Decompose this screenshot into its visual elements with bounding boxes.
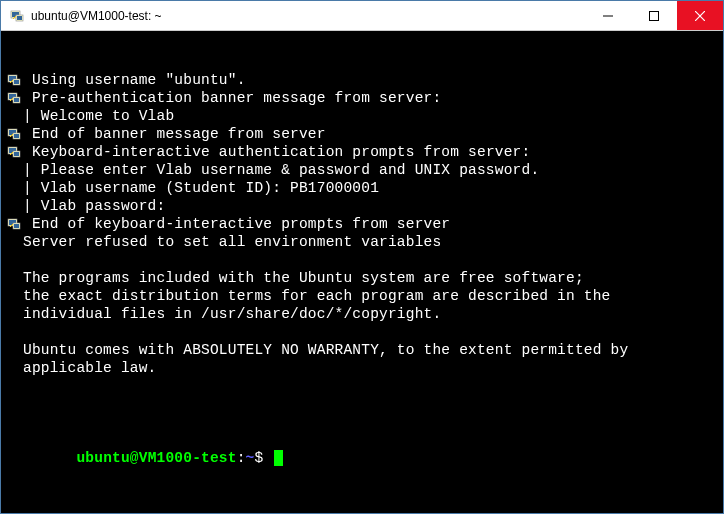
window-controls [585,1,723,30]
terminal-line [7,377,717,395]
gutter-empty [7,197,23,215]
terminal-line [7,251,717,269]
terminal-text: End of keyboard-interactive prompts from… [23,215,717,233]
terminal-line: Keyboard-interactive authentication prom… [7,143,717,161]
terminal-text: | Vlab password: [23,197,717,215]
terminal-line: applicable law. [7,359,717,377]
terminal-text: | Vlab username (Student ID): PB17000001 [23,179,717,197]
terminal-line: End of keyboard-interactive prompts from… [7,215,717,233]
terminal-text: | Please enter Vlab username & password … [23,161,717,179]
terminal-text: the exact distribution terms for each pr… [23,287,717,305]
gutter-empty [7,341,23,359]
putty-line-icon [7,89,23,107]
prompt-line: ubuntu@VM1000-test:~$ [7,431,717,485]
prompt-dollar: $ [254,450,272,466]
terminal-line: Using username "ubuntu". [7,71,717,89]
putty-icon [9,8,25,24]
gutter-empty [7,359,23,377]
terminal-text: The programs included with the Ubuntu sy… [23,269,717,287]
svg-rect-27 [14,152,19,156]
close-button[interactable] [677,1,723,30]
gutter-empty [7,107,23,125]
terminal-text: applicable law. [23,359,717,377]
gutter-empty [7,251,23,269]
svg-rect-12 [14,80,19,84]
svg-rect-22 [14,134,19,138]
prompt-user-host: ubuntu@VM1000-test [76,450,236,466]
window-title: ubuntu@VM1000-test: ~ [31,9,585,23]
terminal-text: Ubuntu comes with ABSOLUTELY NO WARRANTY… [23,341,717,359]
minimize-button[interactable] [585,1,631,30]
putty-line-icon [7,125,23,143]
svg-rect-3 [17,16,22,20]
gutter-empty [7,233,23,251]
putty-line-icon [7,143,23,161]
svg-rect-32 [14,224,19,228]
terminal-line: individual files in /usr/share/doc/*/cop… [7,305,717,323]
prompt-colon: : [237,450,246,466]
putty-line-icon [7,215,23,233]
gutter-empty [7,287,23,305]
terminal-line: the exact distribution terms for each pr… [7,287,717,305]
terminal-line: Pre-authentication banner message from s… [7,89,717,107]
terminal-text: End of banner message from server [23,125,717,143]
terminal-line [7,323,717,341]
gutter-empty [7,377,23,395]
terminal-line: The programs included with the Ubuntu sy… [7,269,717,287]
terminal-line: | Welcome to Vlab [7,107,717,125]
terminal-line: | Vlab username (Student ID): PB17000001 [7,179,717,197]
terminal-text: Keyboard-interactive authentication prom… [23,143,717,161]
svg-rect-6 [650,11,659,20]
svg-rect-17 [14,98,19,102]
terminal-line: | Please enter Vlab username & password … [7,161,717,179]
terminal-line: Server refused to set all environment va… [7,233,717,251]
gutter-empty [7,179,23,197]
terminal-line: Ubuntu comes with ABSOLUTELY NO WARRANTY… [7,341,717,359]
terminal-body[interactable]: Using username "ubuntu". Pre-authenticat… [1,31,723,513]
terminal-text: Server refused to set all environment va… [23,233,717,251]
maximize-button[interactable] [631,1,677,30]
putty-line-icon [7,71,23,89]
terminal-text: | Welcome to Vlab [23,107,717,125]
terminal-text: individual files in /usr/share/doc/*/cop… [23,305,717,323]
terminal-text: Pre-authentication banner message from s… [23,89,717,107]
gutter-empty [7,323,23,341]
gutter-empty [7,305,23,323]
cursor [274,450,283,466]
gutter-empty [7,269,23,287]
gutter-empty [7,161,23,179]
terminal-text: Using username "ubuntu". [23,71,717,89]
window-titlebar: ubuntu@VM1000-test: ~ [1,1,723,31]
terminal-line: End of banner message from server [7,125,717,143]
terminal-line: | Vlab password: [7,197,717,215]
